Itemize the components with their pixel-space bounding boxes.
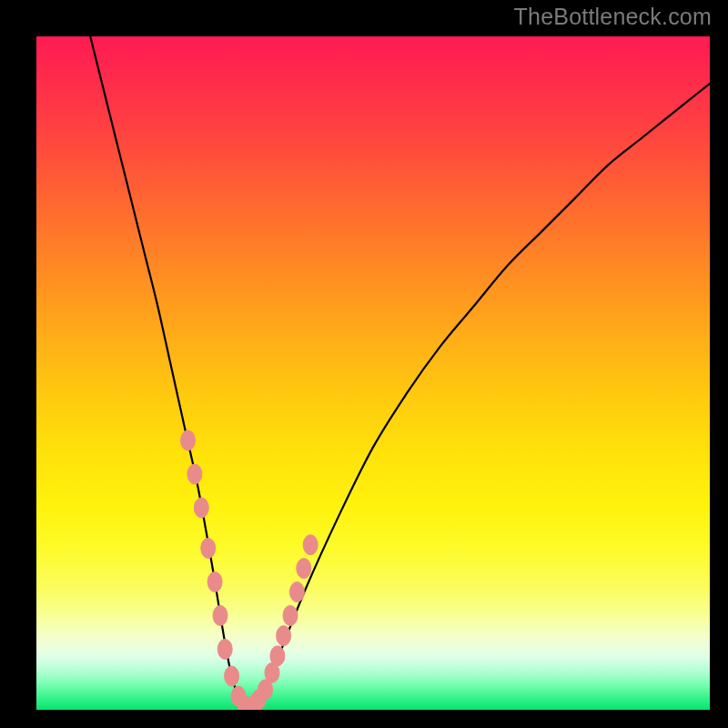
watermark-text: TheBottleneck.com — [514, 4, 712, 30]
marker-dot — [225, 666, 239, 686]
marker-dot — [277, 626, 291, 646]
highlight-markers — [181, 430, 318, 710]
marker-dot — [289, 582, 304, 602]
marker-dot — [270, 646, 285, 666]
marker-dot — [201, 538, 216, 558]
marker-dot — [194, 498, 208, 518]
marker-dot — [217, 639, 232, 659]
marker-dot — [187, 464, 202, 484]
marker-dot — [181, 430, 196, 450]
marker-dot — [283, 605, 298, 625]
marker-dot — [297, 559, 311, 579]
plot-area — [36, 36, 710, 710]
marker-dot — [303, 535, 318, 555]
marker-dot — [207, 571, 222, 592]
marker-dot — [213, 605, 228, 625]
markers-layer — [36, 36, 710, 710]
chart-root: TheBottleneck.com — [0, 0, 728, 728]
